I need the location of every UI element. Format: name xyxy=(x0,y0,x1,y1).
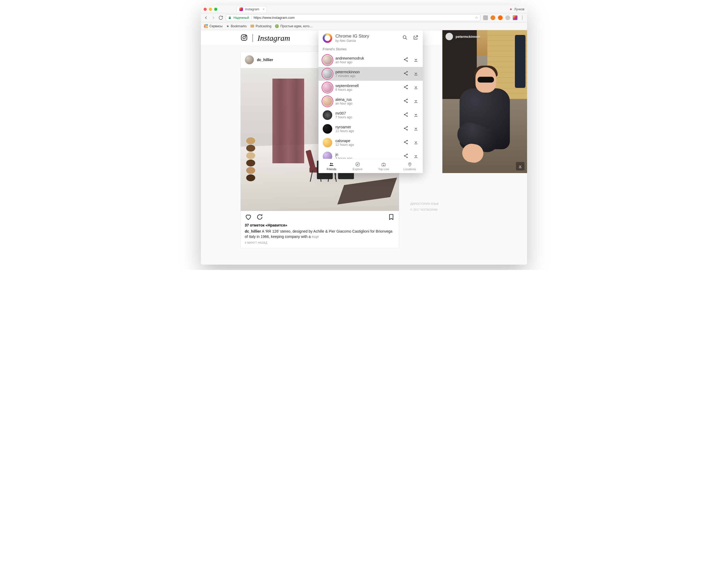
stories-list[interactable]: andrewnemodrukan hour agopetermckinnon7 … xyxy=(318,53,423,159)
bookmark-bookmarks[interactable]: ★ Bookmarks xyxy=(226,24,247,28)
story-time: 12 hours ago xyxy=(335,143,354,147)
tab-toplive[interactable]: Top Live xyxy=(371,159,397,173)
window-titlebar: Instagram × ✦ Лучков xyxy=(201,5,527,13)
download-icon[interactable] xyxy=(413,153,419,159)
chrome-menu-button[interactable]: ⋮ xyxy=(520,15,524,20)
share-icon[interactable] xyxy=(403,139,409,146)
story-row[interactable]: alena_rusan hour ago xyxy=(318,95,423,108)
maximize-window-button[interactable] xyxy=(214,8,217,11)
story-row[interactable]: calsnape12 hours ago xyxy=(318,136,423,150)
close-window-button[interactable] xyxy=(204,8,207,11)
address-bar[interactable]: Надежный https://www.instagram.com ☆ xyxy=(226,14,480,21)
share-icon[interactable] xyxy=(403,126,409,132)
likes-count[interactable]: 37 отметок «Нравится» xyxy=(241,223,399,229)
share-icon[interactable] xyxy=(403,112,409,118)
svg-point-1 xyxy=(243,36,245,38)
download-icon[interactable] xyxy=(413,84,419,91)
forward-button[interactable] xyxy=(211,15,216,20)
story-row[interactable]: petermckinnon7 minutes ago xyxy=(318,67,423,81)
story-avatar xyxy=(323,55,332,65)
story-avatar xyxy=(323,138,332,148)
lock-icon xyxy=(228,16,231,19)
popout-icon[interactable] xyxy=(413,35,419,42)
story-row[interactable]: andrewnemodrukan hour ago xyxy=(318,53,423,67)
star-icon: ★ xyxy=(226,24,229,28)
sidebar-footer: ДИРЕКТОРИЯ ЯЗЫК © 2017 INSTAGRAM xyxy=(410,200,439,211)
story-time: 7 hours ago xyxy=(335,115,352,119)
share-icon[interactable] xyxy=(403,153,409,159)
comment-button[interactable] xyxy=(256,214,263,221)
instagram-favicon xyxy=(239,7,243,11)
story-row[interactable]: jn3 hours ago xyxy=(318,150,423,159)
extension-icons xyxy=(483,15,518,20)
share-icon[interactable] xyxy=(403,57,409,63)
bookmark-apps[interactable]: Сервисы xyxy=(204,24,223,28)
share-icon[interactable] xyxy=(403,98,409,105)
story-row[interactable]: mr0077 hours ago xyxy=(318,108,423,122)
like-button[interactable] xyxy=(245,214,252,221)
extension-icon-4[interactable] xyxy=(505,15,510,20)
extension-byline: by Alec Garcia xyxy=(335,39,369,43)
story-username: mr007 xyxy=(335,111,352,115)
instagram-logo[interactable]: Instagram xyxy=(258,34,290,43)
profile-icon: ✦ xyxy=(509,7,513,11)
post-actions xyxy=(241,211,399,223)
download-icon[interactable] xyxy=(413,57,419,63)
post-caption: dc_hillier A 'RR 126' stereo, designed b… xyxy=(241,229,399,241)
story-avatar xyxy=(323,97,332,106)
green-favicon: F xyxy=(275,24,279,28)
extension-icon-3[interactable] xyxy=(498,15,503,20)
chrome-profile-chip[interactable]: ✦ Лучков xyxy=(509,7,524,11)
close-tab-icon[interactable]: × xyxy=(263,7,264,11)
download-icon[interactable] xyxy=(413,71,419,77)
post-author-username[interactable]: dc_hillier xyxy=(257,58,273,62)
search-icon[interactable] xyxy=(402,35,408,42)
story-download-button[interactable] xyxy=(516,162,524,170)
back-button[interactable] xyxy=(204,15,208,20)
caption-username[interactable]: dc_hillier xyxy=(245,229,261,233)
tab-locations[interactable]: Locations xyxy=(397,159,423,173)
share-icon[interactable] xyxy=(403,71,409,77)
story-avatar xyxy=(323,83,332,93)
extension-icon-2[interactable] xyxy=(491,15,495,20)
bookmark-star-icon[interactable]: ☆ xyxy=(475,16,478,20)
download-icon[interactable] xyxy=(413,126,419,132)
extension-igstory-active[interactable] xyxy=(513,15,518,20)
bookmarks-bar: Сервисы ★ Bookmarks Podcasting F Простые… xyxy=(201,22,527,30)
story-row[interactable]: septembrenell6 hours ago xyxy=(318,81,423,95)
story-time: 3 hours ago xyxy=(335,157,352,159)
minimize-window-button[interactable] xyxy=(209,8,212,11)
tab-explore[interactable]: Explore xyxy=(345,159,371,173)
profile-name: Лучков xyxy=(514,7,524,11)
story-time: an hour ago xyxy=(335,60,364,64)
url-text: https://www.instagram.com xyxy=(254,16,295,20)
download-icon[interactable] xyxy=(413,112,419,118)
download-icon[interactable] xyxy=(413,98,419,105)
browser-tab-instagram[interactable]: Instagram × xyxy=(236,6,267,12)
save-button[interactable] xyxy=(388,214,395,221)
bookmark-podcasting[interactable]: Podcasting xyxy=(251,24,271,28)
tab-friends[interactable]: Friends xyxy=(318,159,345,173)
story-username: septembrenell xyxy=(335,84,359,88)
download-icon[interactable] xyxy=(413,139,419,146)
apps-icon xyxy=(204,24,208,28)
extension-title: Chrome IG Story xyxy=(335,34,369,39)
share-icon[interactable] xyxy=(403,84,409,91)
post-author-avatar[interactable] xyxy=(245,55,254,64)
secure-label: Надежный xyxy=(233,16,249,20)
story-row[interactable]: nyroamer11 hours ago xyxy=(318,122,423,136)
story-avatar xyxy=(323,152,332,159)
camera-icon[interactable] xyxy=(240,34,248,42)
reload-button[interactable] xyxy=(218,15,223,20)
bookmark-ideas[interactable]: F Простые идеи, кото… xyxy=(275,24,313,28)
story-time: 7 minutes ago xyxy=(335,74,360,78)
story-time: 11 hours ago xyxy=(335,129,354,133)
story-avatar xyxy=(323,110,332,120)
story-player-username: petermckinnon xyxy=(456,35,480,38)
caption-more[interactable]: еще xyxy=(312,234,319,239)
svg-point-3 xyxy=(403,36,406,38)
story-player[interactable]: petermckinnon xyxy=(442,30,527,173)
extension-icon-1[interactable] xyxy=(483,15,488,20)
page-content: Instagram dc_hillier xyxy=(201,30,527,265)
story-username: nyroamer xyxy=(335,125,354,129)
